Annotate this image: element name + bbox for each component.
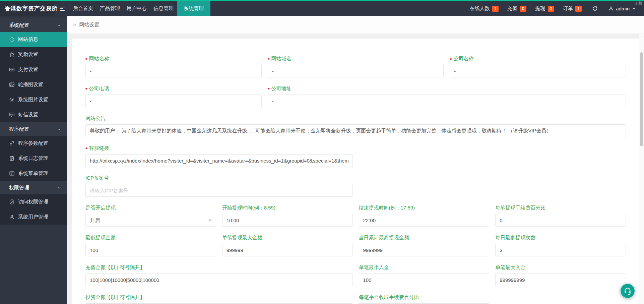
sidebar-item-site-info[interactable]: 网站信息 (0, 32, 67, 47)
sidebar-section-system-config[interactable]: 系统配置 (0, 18, 67, 32)
label-text: 公司电话 (89, 85, 109, 92)
sidebar-item-access-permissions[interactable]: 访问权限管理 (0, 194, 67, 209)
sidebar-item-label: 短信设置 (18, 112, 38, 118)
deposit-min-input[interactable] (359, 273, 490, 286)
menu-collapse-icon[interactable] (55, 1, 70, 16)
required-mark: * (85, 57, 87, 62)
sidebar-item-system-menus[interactable]: 系统菜单管理 (0, 166, 67, 181)
label-text: 开始提现时间(例：8:59) (222, 205, 275, 211)
label-text: 网站公告 (85, 115, 106, 122)
sidebar-item-reward-settings[interactable]: 奖励设置 (0, 47, 67, 62)
field-label-company-phone: *公司电话 (85, 85, 262, 92)
deposit-max-input[interactable] (495, 273, 626, 286)
withdraw-fee-percent-input[interactable] (495, 214, 626, 227)
chevron-down-icon (57, 23, 61, 27)
field-withdraw-enabled: 是否开启提现开启 (85, 204, 216, 227)
user-icon (9, 214, 15, 220)
settings-form: *网站名称*网站域名*公司名称*公司电话*公司地址网站公告*客服链接ICP备案号… (85, 55, 626, 304)
withdraw-start-time-input[interactable] (222, 214, 353, 227)
scrollbar-thumb[interactable] (640, 52, 643, 146)
scrollbar-track[interactable] (639, 34, 644, 304)
genuine-watermark: 正版 (634, 1, 642, 6)
nav-item-4[interactable]: 信息管理 (150, 1, 177, 16)
header-right: 在线人数1充值0提现0订单1 admin (465, 1, 644, 16)
stat-order[interactable]: 订单1 (558, 1, 586, 16)
sidebar-item-label: 系统用户管理 (18, 214, 48, 220)
refresh-button[interactable] (586, 1, 604, 16)
sidebar-item-program-params[interactable]: 程序参数配置 (0, 136, 67, 151)
refresh-icon (592, 6, 598, 11)
form-row: 网站公告 (85, 115, 626, 137)
stat-badge-online: 1 (492, 6, 499, 12)
site-announcement-input[interactable] (85, 124, 626, 137)
field-label-invest-amounts: 投资金额【以 | 符号隔开】 (85, 294, 353, 301)
withdraw-max-single-input[interactable] (222, 244, 353, 256)
stat-label-recharge: 充值 (507, 5, 517, 12)
sidebar-item-carousel-settings[interactable]: 轮播图设置 (0, 77, 67, 92)
withdraw-enabled-select[interactable]: 开启 (85, 214, 216, 227)
sidebar-section-permission-management[interactable]: 权限管理 (0, 181, 67, 194)
field-withdraw-fee-percent: 每笔提现手续费百分比 (495, 204, 626, 227)
form-row: 是否开启提现开启开始提现时间(例：8:59)结束提现时间(例：17:59)每笔提… (85, 204, 626, 227)
field-withdraw-max-single: 单笔提现最大金额 (222, 234, 353, 256)
star-icon (9, 52, 15, 57)
label-text: 投资金额【以 | 符号隔开】 (85, 294, 145, 301)
customer-service-button[interactable] (620, 283, 635, 299)
nav-item-3[interactable]: 用户中心 (123, 1, 150, 16)
sidebar-item-payment-settings[interactable]: 支付设置 (0, 62, 67, 77)
stat-recharge[interactable]: 充值0 (503, 1, 531, 16)
field-company-address: *公司地址 (268, 85, 626, 107)
header: 香港数字资产交易所 后台首页产品管理用户中心信息管理系统管理 在线人数1充值0提… (0, 1, 644, 16)
stat-withdraw[interactable]: 提现0 (531, 1, 559, 16)
required-mark: * (268, 57, 270, 62)
nav-item-1[interactable]: 后台首页 (70, 1, 96, 16)
stat-badge-recharge: 0 (520, 6, 526, 12)
company-name-input[interactable] (450, 65, 626, 77)
sidebar-section-program-config[interactable]: 程序配置 (0, 122, 67, 136)
label-text: 公司名称 (453, 56, 473, 62)
required-mark: * (85, 146, 87, 152)
withdraw-daily-count-input[interactable] (495, 244, 626, 256)
sidebar-item-system-image-settings[interactable]: 系统图片设置 (0, 92, 67, 107)
sidebar-item-label: 网站信息 (18, 36, 38, 43)
chevron-down-icon (57, 127, 61, 131)
company-phone-input[interactable] (85, 95, 262, 107)
withdraw-end-time-input[interactable] (359, 214, 490, 227)
form-row: 充值金额【以 | 符号隔开】单笔最小入金单笔最大入金 (85, 264, 626, 286)
sidebar-item-system-users[interactable]: 系统用户管理 (0, 209, 67, 225)
site-domain-input[interactable] (268, 65, 444, 77)
nav-item-5[interactable]: 系统管理 (177, 1, 210, 16)
label-text: ICP备案号 (85, 175, 109, 181)
nav-item-2[interactable]: 产品管理 (96, 1, 123, 16)
withdraw-daily-max-input[interactable] (359, 244, 490, 256)
sidebar-item-system-logs[interactable]: 系统日志管理 (0, 151, 67, 166)
label-text: 每日最多提现次数 (495, 235, 535, 241)
company-address-input[interactable] (268, 95, 626, 107)
label-text: 充值金额【以 | 符号隔开】 (85, 264, 145, 271)
icp-number-input[interactable] (85, 184, 353, 197)
withdraw-min-input[interactable] (85, 244, 216, 256)
form-row: 最低提现金额单笔提现最大金额当日累计最高提现金额每日最多提现次数 (85, 234, 626, 256)
menu-icon (9, 171, 15, 176)
field-invest-amounts: 投资金额【以 | 符号隔开】 (85, 294, 353, 304)
sidebar-section-label: 权限管理 (9, 185, 29, 191)
label-text: 单笔最小入金 (359, 264, 389, 271)
pay-icon (9, 67, 15, 72)
sidebar-menu: 系统配置网站信息奖励设置支付设置轮播图设置系统图片设置短信设置程序配置程序参数配… (0, 16, 67, 304)
person-icon (608, 6, 614, 11)
breadcrumb: » 网站设置 (67, 16, 644, 34)
recharge-amounts-input[interactable] (85, 273, 353, 286)
service-link-input[interactable] (85, 154, 353, 167)
label-text: 单笔最大入金 (495, 264, 525, 271)
required-mark: * (450, 57, 452, 62)
stat-online[interactable]: 在线人数1 (465, 1, 503, 16)
label-text: 客服链接 (89, 145, 109, 151)
field-withdraw-end-time: 结束提现时间(例：17:59) (359, 204, 490, 227)
site-name-input[interactable] (85, 65, 262, 77)
stat-badge-order: 1 (575, 6, 582, 12)
sidebar-item-sms-settings[interactable]: 短信设置 (0, 107, 67, 122)
chevron-down-icon (57, 186, 61, 190)
sidebar-item-label: 程序参数配置 (18, 140, 48, 146)
field-site-announcement: 网站公告 (85, 115, 626, 137)
sidebar-item-label: 系统图片设置 (18, 97, 48, 103)
